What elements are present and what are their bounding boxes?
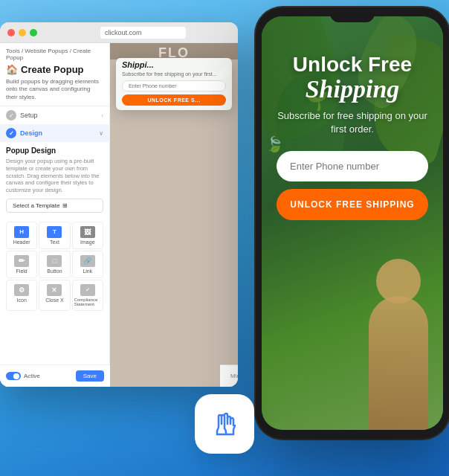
url-text: clickout.com [105,29,142,36]
phone-popup-subtitle: Subscribe for free shipping on your firs… [277,109,428,136]
text-icon: T [47,226,62,238]
header-icon: H [14,226,29,238]
maximize-button[interactable] [30,29,37,36]
canvas-popup-content: Unlock Shippi... Subscribe for free ship… [116,58,232,110]
icon-icon: ⚙ [14,284,29,296]
editor-sidebar: Tools / Website Popups / Create Popup 🏠 … [0,43,110,387]
elements-grid: H Header T Text 🖼 Image ✏ Field □ But [0,219,109,314]
compliance-icon: ✓ [80,284,95,296]
editor-canvas[interactable]: FLO 🌿 🌱 Unlock Shippi... Subscribe for f… [110,43,238,387]
editor-tabbar: Minimised Popup Success example.com [220,364,238,387]
canvas-popup-subtitle: Subscribe for free shipping on your firs… [122,71,226,77]
element-link-label: Link [83,268,92,274]
breadcrumb: Tools / Website Popups / Create Popup [0,43,109,62]
popup-design-heading: Popup Design [0,142,109,158]
element-close[interactable]: ✕ Close X [39,280,70,311]
button-icon: □ [47,255,62,267]
active-label: Active [24,373,40,379]
select-template-button[interactable]: Select a Template ⊞ [6,199,103,213]
link-icon: 🔗 [80,255,95,267]
sidebar-bottom-bar: Active Save [0,364,110,387]
phone-background: 🍃 🌿 🌱 Unlock Free Shipping Subscribe for… [262,16,443,430]
field-icon: ✏ [14,255,29,267]
canvas-popup-title: Unlock Shippi... [122,58,226,70]
step-design-label: Design [20,129,42,137]
element-image[interactable]: 🖼 Image [72,222,103,249]
element-button[interactable]: □ Button [39,251,70,278]
active-toggle[interactable]: Active [6,372,40,380]
editor-body: Tools / Website Popups / Create Popup 🏠 … [0,43,238,387]
canvas-popup-image: 🌿 🌱 Unlock Shippi... Subscribe for free … [116,58,232,110]
url-bar[interactable]: clickout.com [100,27,186,39]
element-button-label: Button [47,268,62,274]
element-icon-label: Icon [17,298,27,303]
step-setup-label: Setup [20,112,38,119]
image-icon: 🖼 [80,226,95,238]
element-link[interactable]: 🔗 Link [72,251,103,278]
element-header-label: Header [13,239,30,245]
steps-section: ✓ Setup › ✓ Design ∨ [0,106,109,142]
phone-mockup: 🍃 🌿 🌱 Unlock Free Shipping Subscribe for… [256,7,449,439]
element-compliance[interactable]: ✓ Compliance Statement [72,280,103,311]
canvas-site-title: FLO [110,43,238,60]
title-icon: 🏠 [6,64,18,75]
chevron-down-icon: ∨ [99,130,103,137]
desktop-editor-mockup: clickout.com Tools / Website Popups / Cr… [0,22,238,387]
page-description: Build popups by dragging elements onto t… [0,78,109,106]
element-text-label: Text [50,239,59,245]
page-title: 🏠 Create Popup [0,62,109,78]
step-active-icon: ✓ [6,128,16,138]
element-field[interactable]: ✏ Field [6,251,37,278]
step-setup[interactable]: ✓ Setup › [0,106,109,124]
toggle-switch[interactable] [6,372,21,380]
canvas-popup-preview: 🌿 🌱 Unlock Shippi... Subscribe for free … [116,58,232,110]
closex-icon: ✕ [47,284,62,296]
element-text[interactable]: T Text [39,222,70,249]
element-field-label: Field [16,268,28,274]
person-silhouette [369,296,428,430]
phone-number-input[interactable] [277,151,428,181]
hand-cursor-icon [210,409,239,439]
element-compliance-label: Compliance Statement [74,298,101,306]
phone-cta-button[interactable]: UNLOCK FREE SHIPPING [277,189,428,220]
element-icon-item[interactable]: ⚙ Icon [6,280,37,311]
phone-notch [330,7,375,22]
element-image-label: Image [80,239,94,245]
phone-popup-title-main: Unlock Free [277,54,428,77]
save-button[interactable]: Save [76,370,104,382]
tab-minimised[interactable]: Minimised [226,371,238,381]
phone-screen: 🍃 🌿 🌱 Unlock Free Shipping Subscribe for… [262,16,443,430]
chevron-right-icon: › [101,112,103,119]
person-head [376,259,421,303]
floating-cursor-icon [195,394,254,454]
phone-popup-title-script: Shipping [277,77,428,102]
canvas-cta-button[interactable]: UNLOCK FREE S... [122,94,226,106]
minimize-button[interactable] [19,29,26,36]
canvas-phone-input[interactable] [122,80,226,91]
close-button[interactable] [7,29,15,36]
phone-popup-card: Unlock Free Shipping Subscribe for free … [262,16,443,235]
titlebar: clickout.com [0,22,238,43]
element-close-label: Close X [45,298,64,303]
element-header[interactable]: H Header [6,222,37,249]
template-icon: ⊞ [62,202,68,209]
step-check-icon: ✓ [6,110,16,120]
step-design[interactable]: ✓ Design ∨ [0,124,109,142]
popup-design-description: Design your popup using a pre-built temp… [0,158,109,199]
